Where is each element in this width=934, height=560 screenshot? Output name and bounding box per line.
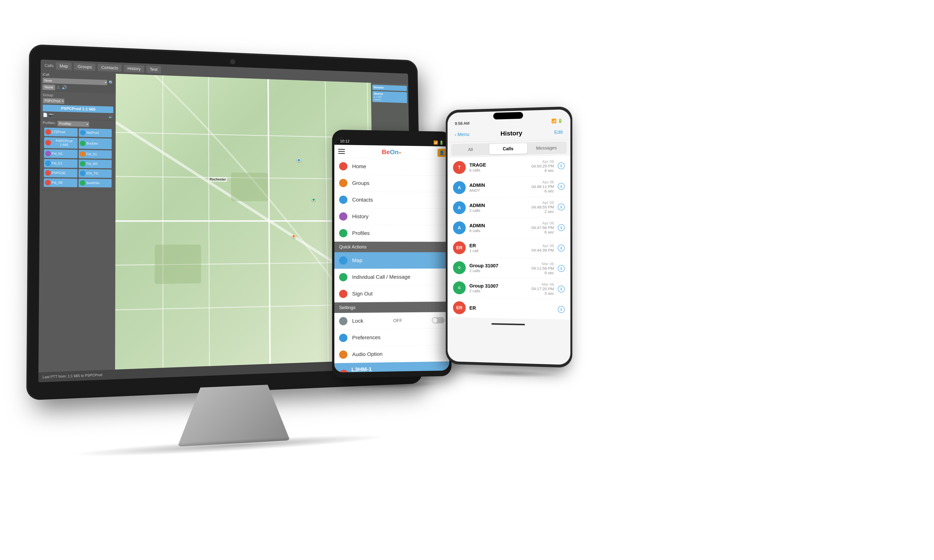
- profile-fidse[interactable]: Fid_SE: [44, 178, 77, 187]
- ph1-settings-header: Settings: [334, 302, 449, 313]
- ph1-profile-icon[interactable]: 👤: [438, 149, 445, 157]
- info-icon[interactable]: ℹ: [558, 306, 565, 313]
- item-time: Mar 06 04:17:20 PM 3 sec: [532, 282, 554, 296]
- profile-pspcp[interactable]: PSPCProd 1:665: [44, 137, 78, 149]
- item-name: Group 31007: [469, 283, 528, 289]
- ph1-menu-preferences[interactable]: Preferences: [334, 329, 449, 346]
- profile-netprod[interactable]: NetProd: [79, 128, 112, 138]
- item-time: Apr 06 04:50:29 PM 9 sec: [532, 159, 554, 173]
- profile-iostg[interactable]: iOS_TG: [79, 169, 112, 178]
- ph1-icons: 📶 🔋: [433, 140, 444, 145]
- profile-fidn1[interactable]: Fid_N1: [44, 149, 78, 158]
- profile-busdev[interactable]: BusDev: [79, 138, 112, 149]
- map-marker-2[interactable]: [312, 198, 315, 202]
- search-icon[interactable]: 🔍: [108, 80, 114, 85]
- tablet-camera: [230, 59, 235, 65]
- list-item[interactable]: ER ER 1 call Apr 06 04:44:39 PM ℹ: [448, 238, 570, 258]
- item-duration: 9 sec: [532, 168, 554, 173]
- info-icon[interactable]: ℹ: [558, 162, 565, 169]
- info-icon[interactable]: ℹ: [558, 204, 565, 211]
- ph2-signal: 📶 🔋: [551, 118, 563, 123]
- call-icon: [339, 273, 347, 281]
- list-item[interactable]: T TRAGE 6 calls Apr 06 04:50:29 PM 9 sec…: [448, 155, 570, 178]
- item-info: ADMIN 8 calls: [469, 223, 528, 233]
- ical-none-btn[interactable]: None: [42, 85, 55, 90]
- item-sub: 6 calls: [469, 167, 528, 172]
- list-item[interactable]: G Group 31007 2 calls Mar 06 04:17:20 PM…: [448, 278, 570, 300]
- info-icon[interactable]: ℹ: [558, 183, 565, 190]
- profile-fidw1[interactable]: Fid_W1: [79, 159, 112, 168]
- info-icon[interactable]: ℹ: [558, 245, 565, 251]
- ph1-menu-history[interactable]: History: [334, 208, 449, 225]
- tab-contacts[interactable]: Contacts: [98, 64, 122, 72]
- profile-icon-fids1: [80, 151, 86, 157]
- item-detail: 04:47:56 PM: [532, 225, 554, 230]
- item-date: Apr 06: [532, 243, 554, 248]
- list-item[interactable]: G Group 31007 2 calls Mar 06 04:11:56 PM…: [448, 258, 570, 279]
- ph1-menu-audio[interactable]: Audio Option: [334, 345, 449, 363]
- map-marker-1[interactable]: [297, 158, 301, 162]
- ph1-call-title: L3HM-1: [351, 366, 376, 372]
- item-info: ADMIN ANDY: [469, 182, 528, 192]
- ph2-tab-messages[interactable]: Messages: [527, 142, 566, 154]
- ph2-screen-title: History: [501, 129, 522, 137]
- ph2-back-label: Menu: [458, 131, 469, 137]
- ph1-preferences-label: Preferences: [352, 334, 381, 341]
- profile-southsis[interactable]: SouthSis: [79, 178, 112, 188]
- ph1-quick-actions-header: Quick Actions: [334, 242, 449, 252]
- tab-test[interactable]: Test: [146, 66, 161, 73]
- phone2-screen: 9:58 AM 📶 🔋 ‹ Menu History Edit All Call…: [448, 109, 570, 365]
- ph1-hamburger-icon[interactable]: [338, 149, 345, 154]
- ph2-back-button[interactable]: ‹ Menu: [455, 131, 469, 138]
- ph1-menu-map[interactable]: Map: [334, 252, 449, 269]
- group-select[interactable]: PSPCProd: [43, 98, 65, 104]
- item-duration: 9 sec: [532, 271, 554, 275]
- volume-icon[interactable]: 🔊: [62, 85, 67, 91]
- person-icon: 👤: [439, 150, 444, 155]
- audio-icon: [339, 350, 347, 359]
- list-item[interactable]: ER ER ℹ: [448, 298, 570, 320]
- ph1-home-label: Home: [352, 163, 366, 169]
- item-detail: 04:11:56 PM: [532, 266, 554, 271]
- ph1-menu-groups[interactable]: Groups: [334, 175, 449, 192]
- ph2-edit-button[interactable]: Edit: [554, 129, 563, 135]
- ph2-tab-calls[interactable]: Calls: [489, 143, 527, 154]
- list-item[interactable]: A ADMIN ANDY Apr 06 04:48:11 PM 6 sec ℹ: [448, 176, 570, 198]
- info-icon[interactable]: ℹ: [558, 224, 565, 231]
- ph1-menu-lock[interactable]: Lock OFF: [334, 312, 449, 330]
- ph1-time: 10:12: [340, 139, 350, 143]
- ph2-tab-all[interactable]: All: [452, 144, 489, 155]
- map-marker-3[interactable]: [292, 234, 296, 238]
- profile-fide1[interactable]: Fid_E1: [44, 159, 77, 168]
- ph1-menu-individual-call[interactable]: Individual Call / Message: [334, 269, 449, 286]
- profile-fids1[interactable]: Fid_S1: [79, 150, 111, 159]
- ph1-menu-signout[interactable]: Sign Out: [334, 285, 449, 302]
- warning-icon: ⚠: [56, 85, 60, 90]
- item-date: Apr 06: [532, 159, 554, 164]
- info-icon[interactable]: ℹ: [558, 286, 565, 292]
- list-item[interactable]: A ADMIN 8 calls Apr 06 04:47:56 PM 6 sec…: [448, 217, 570, 238]
- volume2-icon[interactable]: 🔉: [108, 114, 113, 119]
- profiles-select[interactable]: ProdMgr: [57, 121, 89, 127]
- tablet-sidebar: iCall None 🔍 None ⚠ 🔊: [39, 71, 116, 372]
- item-info: TRAGE 6 calls: [469, 161, 528, 172]
- profile-pspgse[interactable]: PSPGSE: [44, 169, 77, 177]
- tab-groups[interactable]: Groups: [74, 63, 95, 71]
- info-icon[interactable]: ℹ: [558, 265, 565, 272]
- ph1-menu-contacts[interactable]: Contacts: [334, 191, 449, 209]
- ph1-lock-toggle[interactable]: [432, 317, 445, 323]
- ical-select[interactable]: None: [43, 78, 108, 85]
- ph1-menu-home[interactable]: Home: [334, 158, 449, 176]
- list-item[interactable]: A ADMIN 2 calls Apr 06 04:48:55 PM 2 sec…: [448, 197, 570, 218]
- hamburger-line3: [338, 153, 345, 154]
- tab-history[interactable]: History: [124, 65, 144, 72]
- phone2-shadow: [458, 368, 559, 379]
- groups-icon: [339, 179, 347, 187]
- item-duration: 6 sec: [532, 189, 554, 193]
- avatar: G: [453, 281, 466, 294]
- profile-lteprod[interactable]: LTEProd: [44, 128, 77, 137]
- tab-map[interactable]: Map: [56, 62, 72, 70]
- ph1-menu-profiles[interactable]: Profiles: [334, 225, 449, 242]
- ph1-call-bar[interactable]: 📞 L3HM-1 From: VALVA To: L3HM-1: [334, 362, 449, 372]
- ph2-navbar: ‹ Menu History Edit: [448, 124, 570, 142]
